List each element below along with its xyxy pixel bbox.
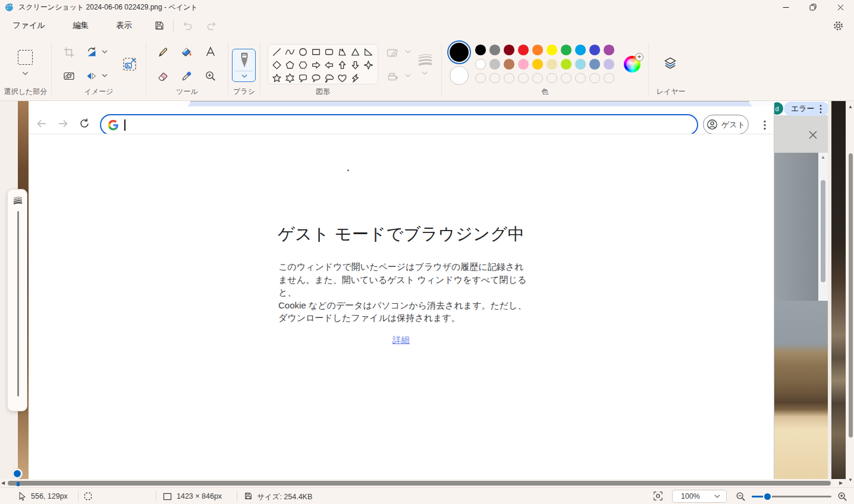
shape-heart-button[interactable] (335, 71, 348, 84)
color-swatch-empty[interactable] (475, 73, 486, 84)
scroll-down-arrow[interactable]: ▼ (848, 478, 853, 483)
color-swatch-3f48cc[interactable] (589, 45, 600, 55)
chevron-down-icon[interactable] (405, 50, 411, 53)
scroll-right-arrow[interactable]: ▶ (839, 481, 843, 486)
undo-button[interactable] (178, 17, 196, 34)
shape-star-6-button[interactable] (283, 71, 296, 84)
shape-arrow-right-button[interactable] (309, 58, 322, 71)
color-swatch-22b14c[interactable] (561, 45, 572, 55)
color-swatch-00a2e8[interactable] (575, 45, 586, 55)
color-swatch-empty[interactable] (589, 73, 600, 84)
shape-ellipse-button[interactable] (296, 45, 309, 58)
shape-rectangle-button[interactable] (309, 45, 322, 58)
magnifier-tool[interactable] (205, 70, 216, 82)
shape-curve-button[interactable] (283, 45, 296, 58)
selection-style-button[interactable] (63, 70, 75, 82)
color-swatch-fff200[interactable] (547, 45, 557, 55)
color-swatch-empty[interactable] (575, 73, 586, 84)
shape-outline-button[interactable] (387, 48, 400, 58)
color-swatch-empty[interactable] (489, 73, 500, 84)
menu-view[interactable]: 表示 (108, 17, 140, 34)
color-swatch-ff7f27[interactable] (532, 45, 543, 55)
shape-fill-button[interactable] (387, 71, 400, 82)
shape-arrow-left-button[interactable] (322, 58, 335, 71)
shape-callout-cloud-button[interactable] (322, 71, 335, 84)
guest-profile-button[interactable]: ゲスト (703, 115, 749, 134)
zoom-slider-thumb[interactable] (763, 492, 772, 501)
shape-diamond-button[interactable] (270, 58, 283, 71)
redo-button[interactable] (202, 17, 220, 34)
color-swatch-c3c3c3[interactable] (489, 59, 500, 70)
back-button[interactable] (33, 115, 50, 132)
color-swatch-empty[interactable] (504, 73, 514, 84)
shape-polygon-button[interactable] (335, 45, 348, 58)
color-swatch-ffffff[interactable] (475, 59, 486, 70)
pencil-tool[interactable] (157, 46, 169, 58)
shape-rounded-rectangle-button[interactable] (322, 45, 335, 58)
close-button[interactable] (827, 0, 854, 14)
color-swatch-ed1c24[interactable] (518, 45, 529, 55)
color-swatch-880015[interactable] (504, 45, 514, 55)
horizontal-scrollbar[interactable]: ◀ ▶ (0, 479, 846, 487)
shape-right-triangle-button[interactable] (362, 45, 375, 58)
address-bar[interactable] (100, 114, 698, 136)
chevron-down-icon[interactable] (241, 74, 247, 78)
reload-button[interactable] (76, 115, 93, 132)
scroll-left-arrow[interactable]: ◀ (1, 481, 5, 486)
zoom-level-dropdown[interactable]: 100% (672, 490, 727, 503)
color-swatch-empty[interactable] (518, 73, 529, 84)
color-swatch-ffaec9[interactable] (518, 59, 529, 70)
color-swatch-b97a57[interactable] (504, 59, 514, 70)
color2-swatch[interactable] (450, 66, 469, 85)
shape-star-5-button[interactable] (270, 71, 283, 84)
settings-button[interactable] (829, 17, 847, 34)
save-button[interactable] (150, 17, 168, 34)
shape-line-button[interactable] (270, 45, 283, 58)
color-swatch-000000[interactable] (475, 45, 486, 55)
color-swatch-empty[interactable] (532, 73, 543, 84)
details-link[interactable]: 詳細 (393, 335, 410, 345)
color-swatch-c8bfe7[interactable] (604, 59, 614, 70)
resize-button[interactable] (123, 57, 137, 71)
chevron-down-icon[interactable] (102, 50, 108, 53)
shape-callout-oval-button[interactable] (309, 71, 322, 84)
shape-lightning-button[interactable] (348, 71, 362, 84)
chevron-down-icon[interactable] (422, 71, 428, 75)
color-swatch-empty[interactable] (561, 73, 572, 84)
shape-pentagon-button[interactable] (283, 58, 296, 71)
shape-arrow-up-button[interactable] (335, 58, 348, 71)
forward-button[interactable] (55, 115, 71, 132)
shape-callout-rounded-button[interactable] (296, 71, 309, 84)
minimize-button[interactable] (772, 0, 799, 14)
restore-button[interactable] (799, 0, 827, 14)
color-swatch-a349a4[interactable] (604, 45, 614, 55)
vertical-scrollbar-thumb[interactable] (849, 153, 853, 437)
color-swatch-empty[interactable] (547, 73, 557, 84)
color-swatch-99d9ea[interactable] (575, 59, 586, 70)
shape-star-4-button[interactable] (362, 58, 375, 71)
menu-edit[interactable]: 編集 (65, 17, 96, 34)
color-swatch-ffc90e[interactable] (532, 59, 543, 70)
zoom-out-icon[interactable] (736, 492, 746, 502)
chevron-down-icon[interactable] (405, 74, 411, 77)
crop-button[interactable] (63, 46, 75, 58)
scroll-up-arrow[interactable]: ▲ (848, 105, 853, 109)
shape-triangle-button[interactable] (348, 45, 362, 58)
color-picker-tool[interactable] (181, 70, 193, 82)
color-swatch-7f7f7f[interactable] (489, 45, 500, 55)
color-swatch-b5e61d[interactable] (561, 59, 572, 70)
layers-button[interactable] (663, 56, 678, 71)
rotate-button[interactable] (86, 46, 98, 58)
size-slider-track[interactable] (17, 211, 19, 396)
color-swatch-7092be[interactable] (589, 59, 600, 70)
paint-canvas-image[interactable]: d エラー ▲ (18, 101, 846, 479)
text-tool[interactable] (205, 46, 216, 58)
flip-button[interactable] (86, 70, 98, 82)
shape-hexagon-button[interactable] (296, 58, 309, 71)
menu-file[interactable]: ファイル (5, 17, 53, 34)
fill-tool[interactable] (181, 46, 193, 58)
shape-arrow-down-button[interactable] (348, 58, 362, 71)
vertical-scrollbar[interactable]: ▲ ▼ (847, 101, 854, 487)
chevron-down-icon[interactable] (102, 74, 108, 77)
browser-menu-button[interactable] (756, 116, 773, 133)
